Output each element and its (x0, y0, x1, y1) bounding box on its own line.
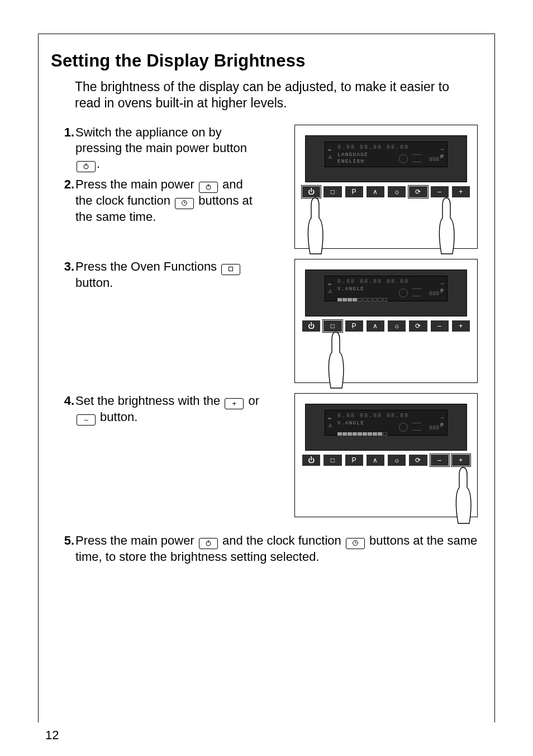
up-button: ∧ (366, 320, 385, 332)
lcd-digits: 8.88 88.88 88.88 (337, 278, 438, 285)
power-icon (77, 161, 96, 172)
panel-lcd: ⇤△ →⊕ 8.88 88.88 88.88 V.ANGLE 888° (325, 410, 448, 436)
text-run: Switch the appliance on by pressing the … (75, 125, 247, 155)
probe-left-icon: ⇤△ (329, 281, 332, 294)
plus-icon: + (225, 398, 244, 409)
lcd-temp: 888° (429, 291, 442, 297)
up-button: ∧ (366, 186, 385, 198)
power-button: ⏻ (302, 454, 321, 466)
block-step-4: 4. Set the brightness with the + or – bu… (51, 393, 478, 517)
up-button: ∧ (366, 454, 385, 466)
page-content: Setting the Display Brightness The brigh… (39, 34, 494, 586)
lcd-line-2: ENGLISH (337, 159, 364, 164)
text-run: Set the brightness with the (75, 394, 223, 408)
probe-left-icon: ⇤△ (329, 415, 332, 428)
oven-func-icon (221, 264, 240, 275)
fan-icon (399, 154, 408, 163)
brightness-bar (337, 428, 404, 432)
block-step-3: 3. Press the Oven Functions button. ⇤△ →… (51, 259, 478, 383)
lcd-line-1: V.ANGLE (337, 286, 364, 292)
text-run: Press the main power (75, 533, 198, 547)
step-number: 5. (60, 533, 74, 549)
lcd-digits: 8.88 88.88 88.88 (337, 144, 438, 150)
panel-bezel: ⇤△ →⊕ 8.88 88.88 88.88 LANGUAGE ENGLISH … (305, 135, 467, 182)
p-button: P (345, 454, 364, 466)
clock-icon (175, 198, 194, 209)
minus-button: – (430, 320, 449, 332)
light-button: ☼ (387, 320, 406, 332)
fan-icon (399, 289, 408, 297)
brightness-bar (337, 294, 404, 297)
step-text: Press the main power and the clock funct… (75, 533, 478, 565)
section-heading: Setting the Display Brightness (51, 51, 478, 71)
oven-func-button: □ (323, 454, 342, 466)
lcd-digits: 8.88 88.88 88.88 (337, 413, 438, 419)
step-number: 4. (60, 393, 74, 409)
pointer-hand-icon (323, 330, 349, 391)
power-icon (199, 182, 218, 193)
step-number: 3. (60, 259, 74, 275)
text-run: or (245, 394, 259, 408)
clock-button: ⟳ (408, 320, 427, 332)
rack-icon (412, 423, 421, 431)
power-button: ⏻ (302, 320, 321, 332)
step-3: 3. Press the Oven Functions button. (60, 259, 263, 291)
svg-rect-7 (229, 267, 233, 271)
step-2: 2. Press the main power and the clock fu… (60, 177, 263, 225)
text-run: button. (75, 276, 113, 290)
block-steps-1-2: 1. Switch the appliance on by pressing t… (51, 125, 478, 249)
oven-panel-illustration-1: ⇤△ →⊕ 8.88 88.88 88.88 LANGUAGE ENGLISH … (294, 125, 478, 249)
panel-bezel: ⇤△ →⊕ 8.88 88.88 88.88 V.ANGLE 888° (305, 270, 467, 316)
p-button: P (345, 186, 364, 198)
plus-button: + (451, 320, 470, 332)
pointer-hand-icon (450, 465, 476, 527)
text-run: . (97, 157, 100, 171)
light-button: ☼ (387, 186, 406, 198)
step-number: 2. (60, 177, 74, 192)
step-text: Press the Oven Functions button. (75, 259, 263, 291)
text-run: and the clock function (219, 533, 345, 547)
pointer-hand-icon (302, 196, 328, 257)
pointer-hand-icon (434, 196, 459, 257)
text-run: button. (97, 410, 137, 424)
clock-button: ⟳ (408, 454, 427, 466)
panel-lcd: ⇤△ →⊕ 8.88 88.88 88.88 V.ANGLE 888° (325, 276, 448, 301)
text-run: Press the Oven Functions (75, 259, 220, 273)
plus-button: + (451, 454, 470, 466)
page-frame: Setting the Display Brightness The brigh… (38, 34, 495, 722)
intro-paragraph: The brightness of the display can be adj… (75, 79, 472, 111)
step-text: Set the brightness with the + or – butto… (75, 393, 263, 426)
panel-lcd: ⇤△ →⊕ 8.88 88.88 88.88 LANGUAGE ENGLISH … (325, 141, 448, 167)
step-number: 1. (60, 125, 74, 140)
light-button: ☼ (387, 454, 406, 466)
minus-button: – (430, 454, 449, 466)
step-text: Switch the appliance on by pressing the … (75, 125, 263, 172)
lcd-line-1: LANGUAGE (337, 152, 368, 158)
rack-icon (412, 154, 421, 162)
oven-panel-illustration-3: ⇤△ →⊕ 8.88 88.88 88.88 V.ANGLE 888° (294, 393, 478, 517)
button-row: ⏻ □ P ∧ ☼ ⟳ – + (302, 454, 470, 466)
step-1: 1. Switch the appliance on by pressing t… (60, 125, 263, 172)
step-text: Press the main power and the clock funct… (75, 177, 263, 225)
fan-icon (399, 423, 408, 432)
power-icon (199, 538, 218, 549)
minus-icon: – (77, 414, 96, 426)
lcd-temp: 888° (429, 425, 442, 431)
clock-button: ⟳ (408, 186, 427, 198)
rack-icon (412, 289, 421, 296)
lcd-line-1: V.ANGLE (337, 420, 364, 426)
clock-icon (346, 538, 365, 549)
oven-panel-illustration-2: ⇤△ →⊕ 8.88 88.88 88.88 V.ANGLE 888° (294, 259, 478, 383)
panel-bezel: ⇤△ →⊕ 8.88 88.88 88.88 V.ANGLE 888° (305, 404, 467, 451)
text-run: Press the main power (75, 177, 198, 191)
step-4: 4. Set the brightness with the + or – bu… (60, 393, 263, 426)
lcd-temp: 888° (429, 157, 442, 163)
probe-left-icon: ⇤△ (329, 147, 332, 160)
page-number: 12 (45, 728, 59, 743)
step-5: 5. Press the main power and the clock fu… (60, 533, 478, 565)
